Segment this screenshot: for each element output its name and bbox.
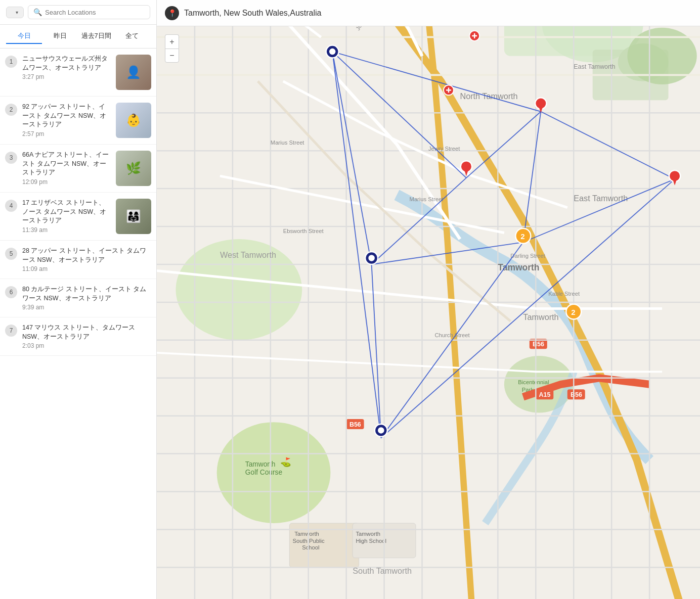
item-time: 12:09 pm — [22, 178, 111, 186]
map-controls: + − — [165, 34, 179, 63]
item-address: 92 アッパー ストリート、イースト タムワース NSW、オーストラリア — [22, 103, 111, 129]
item-info: 28 アッパー ストリート、イースト タムワース NSW、オーストラリア11:0… — [22, 247, 151, 272]
list-item[interactable]: 417 エリザベス ストリート、ノース タムワース NSW、オーストラリア11:… — [0, 193, 156, 241]
svg-text:B56: B56 — [571, 391, 582, 398]
svg-text:Tamworth: Tamworth — [523, 312, 558, 321]
item-time: 9:39 am — [22, 304, 151, 311]
svg-text:Kable Street: Kable Street — [548, 291, 580, 297]
item-number: 4 — [5, 200, 17, 212]
left-panel: ▾ 🔍 今日 昨日 過去7日間 全て 1ニューサウスウェールズ州タムワース、オー… — [0, 0, 157, 599]
svg-text:Tamworth: Tamworth — [356, 531, 380, 537]
item-photo: 👨‍👩‍👧 — [116, 199, 151, 234]
item-info: ニューサウスウェールズ州タムワース、オーストラリア3:27 pm — [22, 55, 111, 80]
svg-point-96 — [378, 427, 384, 433]
map-panel: 📍 Tamworth, New South Wales,Australia + … — [157, 0, 700, 599]
svg-text:Ebsworth Street: Ebsworth Street — [283, 228, 324, 234]
map-header: 📍 Tamworth, New South Wales,Australia — [157, 0, 700, 26]
svg-text:2: 2 — [571, 308, 575, 316]
list-item[interactable]: 7147 マリウス ストリート、タムワース NSW、オーストラリア2:03 pm — [0, 317, 156, 356]
svg-text:2: 2 — [520, 232, 524, 241]
item-address: 17 エリザベス ストリート、ノース タムワース NSW、オーストラリア — [22, 199, 111, 225]
item-address: 28 アッパー ストリート、イースト タムワース NSW、オーストラリア — [22, 247, 151, 264]
item-info: 92 アッパー ストリート、イースト タムワース NSW、オーストラリア2:57… — [22, 103, 111, 137]
item-address: 147 マリウス ストリート、タムワース NSW、オーストラリア — [22, 324, 151, 341]
svg-text:School: School — [302, 544, 319, 550]
svg-text:Church Street: Church Street — [434, 332, 470, 338]
svg-text:East Tamworth: East Tamworth — [574, 194, 628, 203]
item-number: 6 — [5, 286, 17, 298]
item-address: 66A ナビア ストリート、イースト タムワース NSW、オーストラリア — [22, 151, 111, 177]
item-address: ニューサウスウェールズ州タムワース、オーストラリア — [22, 55, 111, 72]
item-info: 80 カルテージ ストリート、イースト タムワース NSW、オーストラリア9:3… — [22, 285, 151, 311]
search-input[interactable] — [45, 9, 145, 16]
item-time: 3:27 pm — [22, 73, 111, 80]
map-container[interactable]: + − Tamworth Golf Course ⛳ Tamworth Sou — [157, 26, 700, 599]
map-location-icon: 📍 — [165, 6, 179, 20]
svg-text:North Tamworth: North Tamworth — [460, 91, 517, 101]
top-bar: ▾ 🔍 — [0, 0, 156, 25]
item-info: 17 エリザベス ストリート、ノース タムワース NSW、オーストラリア11:3… — [22, 199, 111, 234]
svg-text:High School: High School — [356, 538, 386, 544]
item-number: 1 — [5, 56, 17, 68]
svg-point-92 — [368, 255, 374, 261]
svg-text:Marius Street: Marius Street — [410, 196, 444, 202]
svg-point-86 — [329, 49, 335, 55]
zoom-out-button[interactable]: − — [165, 49, 179, 63]
svg-text:South Tamworth: South Tamworth — [353, 566, 412, 575]
list-item[interactable]: 528 アッパー ストリート、イースト タムワース NSW、オーストラリア11:… — [0, 241, 156, 279]
item-time: 11:39 am — [22, 226, 111, 234]
search-box: 🔍 — [28, 5, 150, 19]
item-info: 147 マリウス ストリート、タムワース NSW、オーストラリア2:03 pm — [22, 324, 151, 349]
svg-text:A15: A15 — [539, 391, 551, 398]
svg-text:Golf Course: Golf Course — [245, 469, 283, 476]
item-number: 2 — [5, 104, 17, 116]
device-selector[interactable]: ▾ — [6, 7, 24, 18]
tab-yesterday[interactable]: 昨日 — [42, 29, 78, 44]
map-title: Tamworth, New South Wales,Australia — [184, 9, 322, 18]
date-tabs: 今日 昨日 過去7日間 全て — [0, 25, 156, 49]
tab-7days[interactable]: 過去7日間 — [78, 29, 114, 44]
svg-text:Tamworth: Tamworth — [294, 531, 319, 537]
item-photo: 👤 — [116, 55, 151, 90]
tab-all[interactable]: 全て — [114, 29, 150, 44]
svg-text:East Tamworth: East Tamworth — [574, 63, 615, 70]
item-number: 7 — [5, 325, 17, 337]
item-photo: 👶 — [116, 103, 151, 138]
svg-text:Tamworth: Tamworth — [498, 262, 539, 272]
item-time: 11:09 am — [22, 265, 151, 272]
list-item[interactable]: 1ニューサウスウェールズ州タムワース、オーストラリア3:27 pm👤 — [0, 49, 156, 97]
item-number: 3 — [5, 152, 17, 164]
item-address: 80 カルテージ ストリート、イースト タムワース NSW、オーストラリア — [22, 285, 151, 303]
svg-text:B56: B56 — [533, 341, 544, 348]
svg-text:Bicentennial: Bicentennial — [518, 379, 549, 385]
zoom-in-button[interactable]: + — [165, 34, 179, 49]
list-item[interactable]: 680 カルテージ ストリート、イースト タムワース NSW、オーストラリア9:… — [0, 279, 156, 317]
item-time: 2:57 pm — [22, 130, 111, 137]
search-icon: 🔍 — [33, 8, 42, 16]
tab-today[interactable]: 今日 — [6, 29, 42, 44]
svg-text:⛳: ⛳ — [280, 456, 291, 468]
svg-text:Darling Street: Darling Street — [510, 253, 545, 259]
list-item[interactable]: 366A ナビア ストリート、イースト タムワース NSW、オーストラリア12:… — [0, 145, 156, 193]
item-photo: 🌿 — [116, 151, 151, 186]
svg-text:West Tamworth: West Tamworth — [220, 250, 276, 259]
map-svg: Tamworth Golf Course ⛳ Tamworth South Pu… — [157, 26, 700, 599]
location-list: 1ニューサウスウェールズ州タムワース、オーストラリア3:27 pm👤292 アッ… — [0, 49, 156, 599]
item-number: 5 — [5, 248, 17, 260]
svg-text:Marius Street: Marius Street — [271, 140, 305, 146]
svg-text:B56: B56 — [349, 421, 361, 428]
chevron-down-icon: ▾ — [16, 10, 18, 15]
item-time: 2:03 pm — [22, 342, 151, 349]
list-item[interactable]: 292 アッパー ストリート、イースト タムワース NSW、オーストラリア2:5… — [0, 97, 156, 145]
item-info: 66A ナビア ストリート、イースト タムワース NSW、オーストラリア12:0… — [22, 151, 111, 186]
